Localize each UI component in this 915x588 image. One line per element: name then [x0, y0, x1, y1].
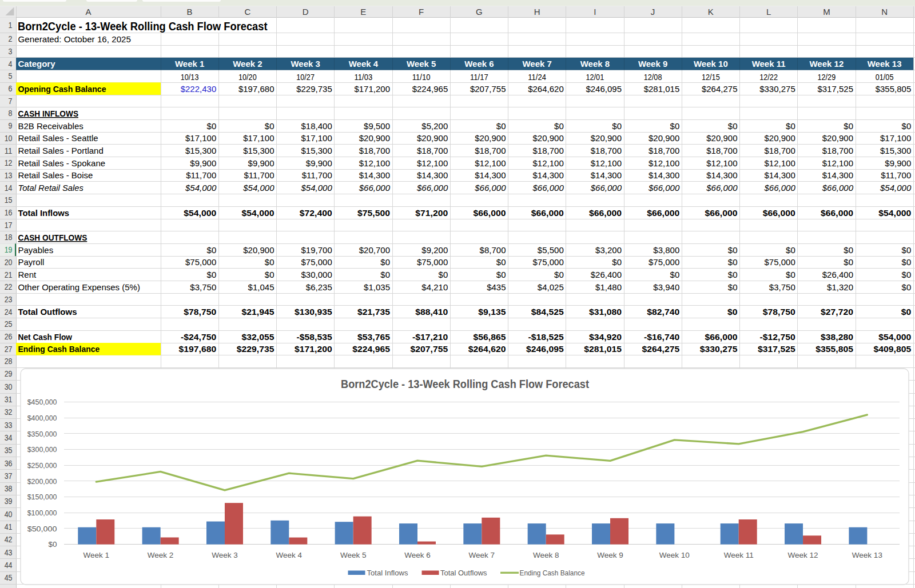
svg-text:$82,740: $82,740 — [647, 307, 679, 317]
svg-text:$0: $0 — [380, 270, 390, 279]
svg-text:$0: $0 — [728, 245, 738, 255]
svg-text:$9,135: $9,135 — [478, 307, 506, 317]
svg-text:$0: $0 — [670, 121, 680, 131]
svg-text:$0: $0 — [612, 121, 622, 131]
svg-text:$150,000: $150,000 — [27, 493, 57, 501]
svg-text:20: 20 — [5, 258, 13, 267]
svg-text:$53,765: $53,765 — [357, 332, 390, 342]
svg-text:6: 6 — [9, 84, 13, 93]
svg-text:$6,235: $6,235 — [306, 282, 332, 292]
svg-text:$0: $0 — [48, 540, 57, 549]
svg-text:$15,300: $15,300 — [243, 146, 274, 155]
svg-text:$26,400: $26,400 — [591, 270, 622, 279]
svg-text:$31,080: $31,080 — [589, 307, 622, 317]
svg-text:$1,480: $1,480 — [595, 282, 622, 292]
svg-text:$12,100: $12,100 — [591, 158, 622, 168]
svg-text:$20,900: $20,900 — [706, 133, 737, 143]
svg-text:$171,200: $171,200 — [295, 344, 332, 354]
svg-text:$317,525: $317,525 — [758, 344, 795, 354]
svg-text:N: N — [881, 7, 888, 17]
svg-text:$75,000: $75,000 — [417, 257, 448, 267]
svg-text:E: E — [360, 7, 366, 17]
svg-text:$197,680: $197,680 — [179, 344, 217, 354]
svg-text:$50,000: $50,000 — [27, 525, 57, 533]
svg-text:$66,000: $66,000 — [359, 183, 391, 193]
svg-text:11/10: 11/10 — [412, 73, 431, 82]
svg-text:$14,300: $14,300 — [533, 170, 564, 180]
svg-text:Week 12: Week 12 — [809, 59, 844, 69]
svg-text:$3,200: $3,200 — [595, 245, 622, 255]
svg-text:$0: $0 — [207, 270, 217, 279]
svg-text:$0: $0 — [844, 121, 853, 131]
svg-text:$66,000: $66,000 — [589, 208, 622, 218]
svg-text:$75,000: $75,000 — [649, 257, 679, 267]
svg-text:4: 4 — [9, 59, 13, 69]
svg-text:$9,500: $9,500 — [364, 121, 390, 131]
svg-text:$14,300: $14,300 — [475, 170, 506, 180]
svg-text:$12,100: $12,100 — [533, 158, 564, 168]
svg-text:$84,525: $84,525 — [531, 307, 564, 317]
svg-text:$0: $0 — [207, 121, 217, 131]
svg-text:$0: $0 — [728, 121, 738, 131]
svg-text:$224,965: $224,965 — [412, 84, 448, 94]
svg-text:$66,000: $66,000 — [531, 208, 564, 218]
svg-text:Week 7: Week 7 — [469, 551, 495, 559]
svg-text:25: 25 — [5, 319, 13, 329]
svg-text:26: 26 — [5, 332, 13, 341]
svg-text:36: 36 — [5, 459, 13, 468]
svg-text:21: 21 — [5, 270, 13, 279]
svg-text:$75,000: $75,000 — [301, 257, 332, 267]
svg-text:$88,410: $88,410 — [415, 307, 448, 317]
svg-text:$264,275: $264,275 — [702, 84, 738, 94]
svg-text:$3,750: $3,750 — [769, 282, 795, 292]
svg-text:$20,900: $20,900 — [649, 133, 679, 143]
svg-text:28: 28 — [5, 357, 13, 366]
svg-text:Rent: Rent — [18, 270, 37, 279]
svg-text:$20,900: $20,900 — [591, 133, 622, 143]
svg-text:$222,430: $222,430 — [181, 84, 217, 94]
svg-text:$17,100: $17,100 — [880, 133, 911, 143]
svg-text:$0: $0 — [496, 257, 506, 267]
svg-text:$9,900: $9,900 — [885, 158, 911, 168]
svg-text:$200,000: $200,000 — [27, 477, 57, 486]
svg-text:$54,000: $54,000 — [878, 208, 911, 218]
svg-text:$18,700: $18,700 — [649, 146, 679, 155]
svg-text:$12,100: $12,100 — [822, 158, 853, 168]
svg-text:-$12,750: -$12,750 — [760, 332, 795, 342]
svg-text:$11,700: $11,700 — [302, 170, 332, 180]
svg-text:$20,900: $20,900 — [822, 133, 853, 143]
svg-text:$26,400: $26,400 — [822, 270, 853, 279]
svg-text:$250,000: $250,000 — [27, 461, 57, 470]
svg-text:10/27: 10/27 — [296, 73, 315, 82]
svg-text:$9,900: $9,900 — [190, 158, 216, 168]
svg-text:12/01: 12/01 — [586, 73, 604, 82]
svg-text:$9,200: $9,200 — [421, 245, 448, 255]
svg-text:$18,700: $18,700 — [591, 146, 622, 155]
svg-text:$14,300: $14,300 — [822, 170, 853, 180]
svg-text:$18,700: $18,700 — [533, 146, 564, 155]
svg-text:15: 15 — [5, 195, 13, 205]
svg-text:$281,015: $281,015 — [644, 84, 680, 94]
svg-text:$224,965: $224,965 — [352, 344, 390, 354]
svg-text:Week 13: Week 13 — [852, 551, 882, 559]
svg-text:$0: $0 — [786, 245, 795, 255]
svg-text:$17,100: $17,100 — [301, 133, 332, 143]
svg-text:$330,275: $330,275 — [759, 84, 795, 94]
svg-text:$9,900: $9,900 — [248, 158, 274, 168]
svg-text:$0: $0 — [902, 257, 912, 267]
svg-text:9: 9 — [9, 121, 13, 130]
svg-text:$281,015: $281,015 — [584, 344, 622, 354]
svg-text:$12,100: $12,100 — [706, 158, 737, 168]
svg-text:$32,055: $32,055 — [242, 332, 274, 342]
svg-text:$54,000: $54,000 — [242, 208, 274, 218]
svg-text:-$17,210: -$17,210 — [412, 332, 448, 342]
svg-text:8: 8 — [9, 109, 13, 118]
svg-text:$78,750: $78,750 — [763, 307, 795, 317]
svg-text:$18,700: $18,700 — [765, 146, 795, 155]
svg-text:$0: $0 — [786, 270, 795, 279]
svg-text:22: 22 — [5, 282, 13, 291]
svg-text:$75,000: $75,000 — [185, 257, 216, 267]
svg-text:-$58,535: -$58,535 — [297, 332, 332, 342]
svg-text:CASH OUTFLOWS: CASH OUTFLOWS — [18, 233, 87, 242]
svg-text:$0: $0 — [380, 257, 390, 267]
